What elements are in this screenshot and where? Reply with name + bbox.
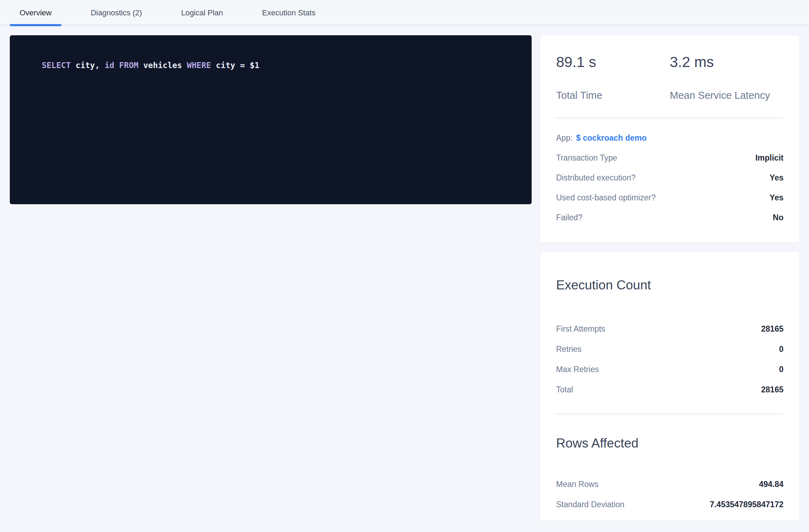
sql-keyword: SELECT <box>42 61 71 70</box>
app-row: App: $ cockroach demo <box>556 133 784 143</box>
row-label: Used cost-based optimizer? <box>556 193 656 202</box>
distributed-execution-row: Distributed execution? Yes <box>556 173 784 183</box>
execution-count-rows: First Attempts 28165 Retries 0 Max Retri… <box>556 324 784 394</box>
tab-bar: Overview Diagnostics (2) Logical Plan Ex… <box>0 0 809 25</box>
row-value: 28165 <box>761 385 784 394</box>
metric-total-time: 89.1 s Total Time <box>556 53 670 102</box>
tab-diagnostics[interactable]: Diagnostics (2) <box>81 0 152 25</box>
sql-statement-box: SELECT city, id FROM vehicles WHERE city… <box>10 35 532 204</box>
tab-execution-stats[interactable]: Execution Stats <box>252 0 325 25</box>
row-value: Implicit <box>755 153 784 163</box>
mean-rows-row: Mean Rows 494.84 <box>556 479 784 489</box>
row-label: First Attempts <box>556 324 605 334</box>
total-time-label: Total Time <box>556 89 670 102</box>
cost-based-optimizer-row: Used cost-based optimizer? Yes <box>556 193 784 202</box>
stats-divider <box>556 414 784 414</box>
first-attempts-row: First Attempts 28165 <box>556 324 784 334</box>
standard-deviation-row: Standard Deviation 7.453547895847172 <box>556 500 784 509</box>
sql-text: city = $1 <box>211 61 259 70</box>
row-label: Max Retries <box>556 364 599 374</box>
sql-keyword: FROM <box>119 61 138 70</box>
tab-logical-plan[interactable]: Logical Plan <box>171 0 233 25</box>
sql-text: vehicles <box>138 61 187 70</box>
row-label: Distributed execution? <box>556 173 636 183</box>
mean-service-latency-label: Mean Service Latency <box>670 89 784 102</box>
row-value: Yes <box>770 193 784 202</box>
execution-stats-card: Execution Count First Attempts 28165 Ret… <box>540 252 799 520</box>
row-value: 7.453547895847172 <box>710 500 784 509</box>
sql-statement-text: SELECT city, id FROM vehicles WHERE city… <box>22 49 260 82</box>
row-value: Yes <box>770 173 784 183</box>
summary-divider <box>556 118 784 118</box>
metric-mean-service-latency: 3.2 ms Mean Service Latency <box>670 53 784 102</box>
tab-execution-stats-label: Execution Stats <box>262 8 315 17</box>
sql-keyword: WHERE <box>187 61 211 70</box>
summary-metrics: 89.1 s Total Time 3.2 ms Mean Service La… <box>556 53 784 102</box>
row-label: Standard Deviation <box>556 500 625 509</box>
sql-text <box>114 61 119 70</box>
row-value: No <box>773 213 784 222</box>
transaction-type-row: Transaction Type Implicit <box>556 153 784 163</box>
row-value: 494.84 <box>759 479 784 489</box>
row-label: Total <box>556 385 573 394</box>
row-value: 28165 <box>761 324 784 334</box>
rows-affected-title: Rows Affected <box>556 435 784 451</box>
tabs-container: Overview Diagnostics (2) Logical Plan Ex… <box>0 0 809 25</box>
row-label: Mean Rows <box>556 479 598 489</box>
sql-text: city, <box>71 61 104 70</box>
row-label: Transaction Type <box>556 153 617 163</box>
row-value: 0 <box>779 344 784 354</box>
rows-affected-rows: Mean Rows 494.84 Standard Deviation 7.45… <box>556 479 784 509</box>
execution-count-title: Execution Count <box>556 277 784 293</box>
mean-service-latency-value: 3.2 ms <box>670 53 784 71</box>
app-link[interactable]: $ cockroach demo <box>576 133 647 143</box>
summary-card: 89.1 s Total Time 3.2 ms Mean Service La… <box>540 35 799 243</box>
app-label: App: <box>556 133 573 143</box>
tab-overview[interactable]: Overview <box>10 0 61 25</box>
total-time-value: 89.1 s <box>556 53 670 71</box>
sql-keyword: id <box>104 61 114 70</box>
row-value: 0 <box>779 364 784 374</box>
row-label: Retries <box>556 344 582 354</box>
tab-diagnostics-label: Diagnostics (2) <box>91 8 142 17</box>
tab-logical-plan-label: Logical Plan <box>181 8 223 17</box>
total-row: Total 28165 <box>556 385 784 394</box>
tab-overview-label: Overview <box>20 8 52 17</box>
failed-row: Failed? No <box>556 213 784 222</box>
max-retries-row: Max Retries 0 <box>556 364 784 374</box>
retries-row: Retries 0 <box>556 344 784 354</box>
row-label: Failed? <box>556 213 582 222</box>
summary-details: App: $ cockroach demo Transaction Type I… <box>556 133 784 222</box>
